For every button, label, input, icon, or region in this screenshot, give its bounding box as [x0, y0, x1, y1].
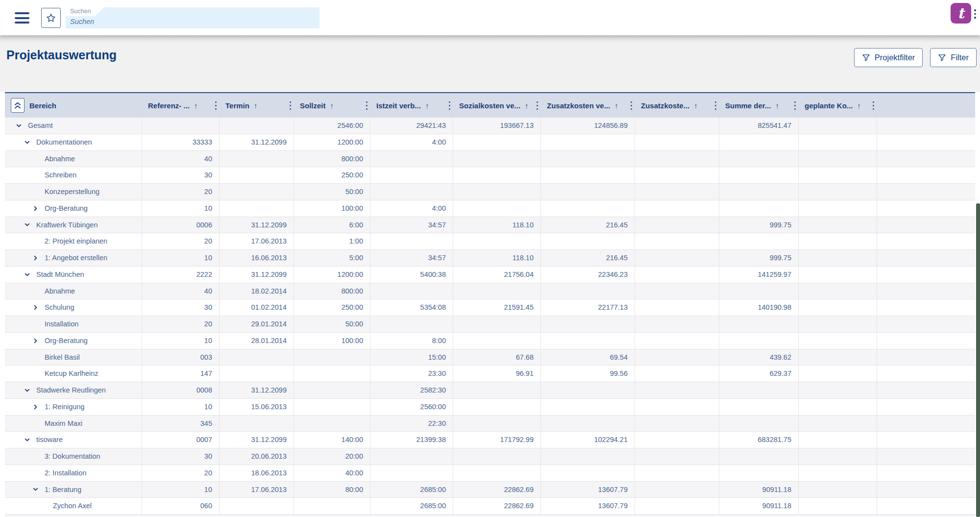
cell-termin: 31.12.2099	[220, 267, 294, 283]
cell-bereich: Schulung	[5, 299, 142, 316]
column-menu-icon[interactable]	[794, 101, 796, 110]
table-row[interactable]: Maxim Maxi34522:30	[5, 416, 975, 432]
cell-geplante	[799, 233, 877, 249]
table-row[interactable]: Schreiben30250:00	[5, 167, 975, 184]
table-row[interactable]: Zychon Axel0602685:0022862.6913607.79909…	[5, 498, 975, 515]
collapse-all-button[interactable]	[11, 98, 24, 113]
search-input[interactable]: Suchen Suchen	[66, 7, 319, 28]
column-header-zusatzkoste[interactable]: Zusatzkoste...↑	[635, 93, 719, 118]
column-menu-icon[interactable]	[290, 101, 291, 110]
tree-toggle[interactable]	[14, 121, 24, 130]
expand-row-icon[interactable]	[33, 206, 38, 211]
column-menu-icon[interactable]	[715, 101, 716, 110]
table-row[interactable]: Stadwerke Reutlingen000831.12.20992582:3…	[5, 382, 975, 399]
projektfilter-button[interactable]: Projektfilter	[854, 48, 923, 67]
table-row[interactable]: Ketcup Karlheinz14723:3096.9199.56629.37	[5, 366, 975, 382]
tree-toggle[interactable]	[30, 303, 40, 313]
collapse-row-icon[interactable]	[24, 222, 30, 227]
tree-toggle[interactable]	[22, 270, 32, 279]
expand-row-icon[interactable]	[33, 305, 38, 310]
cell-istzeit	[370, 448, 453, 465]
expand-row-icon[interactable]	[33, 404, 38, 410]
cell-referenz: 345	[142, 416, 220, 432]
table-row[interactable]: Stadt München222231.12.20991200:005400:3…	[5, 267, 975, 283]
table-row[interactable]: Abnahme4018.02.2014800:00	[5, 283, 975, 300]
table-row[interactable]: Gesamt2546:0029421:43193667.13124856.898…	[5, 118, 975, 134]
sort-ascending-icon: ↑	[694, 101, 698, 110]
cell-termin: 31.12.2099	[220, 217, 294, 233]
table-row[interactable]: tisoware000731.12.2099140:0021399:381717…	[5, 432, 975, 448]
expand-row-icon[interactable]	[33, 338, 38, 344]
table-row[interactable]: Kraftwerk Tübingen000631.12.20996:0034:5…	[5, 217, 975, 234]
table-row[interactable]: Installation2029.01.201450:00	[5, 316, 975, 333]
collapse-row-icon[interactable]	[24, 437, 30, 443]
table-row[interactable]: 2: Installation2018.06.201340:00	[5, 465, 975, 482]
expand-row-icon[interactable]	[33, 255, 38, 261]
vertical-scrollbar[interactable]	[976, 203, 980, 517]
column-menu-icon[interactable]	[537, 101, 538, 110]
column-header-termin[interactable]: Termin↑	[220, 93, 294, 118]
tree-toggle[interactable]	[22, 220, 32, 230]
tree-toggle[interactable]	[30, 402, 40, 412]
table-row[interactable]: Schulung3001.02.2014250:005354:0821591.4…	[5, 299, 975, 316]
column-header-sozialkosten[interactable]: Sozialkosten ve...↑	[453, 93, 541, 118]
tree-toggle[interactable]	[22, 435, 32, 445]
table-row[interactable]: Dokumentationen3333331.12.20991200:004:0…	[5, 134, 975, 151]
table-row[interactable]: 2: Projekt einplanen2017.06.20131:00	[5, 233, 975, 250]
table-row[interactable]: 1: Reinigung1015.06.20132560:00	[5, 399, 975, 416]
column-menu-icon[interactable]	[449, 101, 450, 110]
cell-sollzeit: 2546:00	[294, 118, 370, 134]
row-filler	[877, 349, 975, 366]
table-row[interactable]: Birkel Basil00315:0067.6869.54439.62	[5, 349, 975, 366]
cell-summe	[719, 416, 799, 432]
cell-zusatzkoste	[635, 200, 719, 217]
column-header-referenz[interactable]: Referenz- ...↑	[142, 93, 220, 118]
tree-toggle[interactable]	[30, 253, 40, 263]
collapse-row-icon[interactable]	[24, 140, 30, 145]
table-row[interactable]: 1: Beratung1017.06.201380:002685:0022862…	[5, 482, 975, 498]
cell-sollzeit: 20:00	[294, 448, 370, 465]
table-row[interactable]: Org-Beratung1028.01.2014100:008:00	[5, 333, 975, 349]
column-menu-icon[interactable]	[873, 101, 874, 110]
column-menu-icon[interactable]	[631, 101, 632, 110]
star-icon	[46, 13, 56, 24]
tree-spacer	[30, 319, 40, 329]
tree-toggle[interactable]	[30, 203, 40, 213]
favorites-button[interactable]	[41, 8, 61, 28]
collapse-row-icon[interactable]	[24, 388, 30, 393]
table-row[interactable]: 3: Dokumentation3020.06.201320:00	[5, 448, 975, 465]
column-header-geplante[interactable]: geplante Ko...↑	[799, 93, 877, 118]
column-header-bereich[interactable]: Bereich	[5, 93, 142, 118]
cell-termin: 28.01.2014	[220, 333, 294, 349]
menu-icon[interactable]	[15, 12, 29, 24]
cell-zusatzkoste	[635, 448, 719, 465]
tree-toggle[interactable]	[30, 336, 40, 345]
column-header-istzeit[interactable]: Istzeit verb...↑	[370, 93, 453, 118]
table-row[interactable]: Konzeperstellung2050:00	[5, 184, 975, 200]
collapse-row-icon[interactable]	[33, 487, 38, 492]
column-menu-icon[interactable]	[366, 101, 368, 110]
tree-spacer	[30, 237, 40, 246]
tree-toggle[interactable]	[22, 137, 32, 147]
sort-ascending-icon: ↑	[254, 101, 258, 110]
cell-zusatzkosten: 22177.13	[541, 299, 635, 316]
filter-button[interactable]: Filter	[930, 48, 977, 67]
tisoware-logo[interactable]: t	[951, 3, 971, 24]
collapse-row-icon[interactable]	[16, 123, 22, 128]
funnel-icon	[862, 53, 870, 62]
row-label: tisoware	[36, 432, 63, 448]
tree-toggle[interactable]	[30, 485, 40, 494]
table-row[interactable]: Org-Beratung10100:004:00	[5, 200, 975, 217]
column-header-summe[interactable]: Summe der...↑	[719, 93, 799, 118]
column-header-zusatzkosten[interactable]: Zusatzkosten ve...↑	[541, 93, 635, 118]
collapse-row-icon[interactable]	[24, 272, 30, 277]
column-header-sollzeit[interactable]: Sollzeit↑	[294, 93, 370, 118]
column-menu-icon[interactable]	[215, 101, 217, 110]
topbar-kebab-icon[interactable]	[974, 9, 976, 19]
table-row[interactable]: Abnahme40800:00	[5, 151, 975, 168]
cell-referenz: 147	[142, 366, 220, 382]
tree-toggle[interactable]	[22, 385, 32, 395]
row-filler	[877, 316, 975, 332]
table-row[interactable]: 1: Angebot erstellen1016.06.20135:0034:5…	[5, 250, 975, 267]
cell-termin	[220, 118, 294, 134]
